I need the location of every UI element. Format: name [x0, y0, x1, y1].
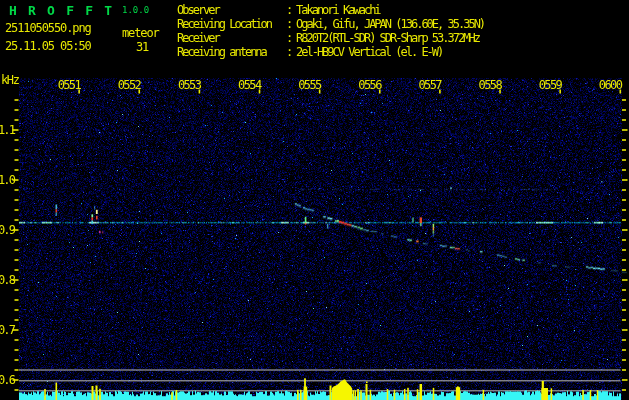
- time-tick-label: 0555: [295, 79, 321, 91]
- time-tick-label: 0554: [235, 79, 261, 91]
- info-value: Ogaki, Gifu, JAPAN (136.60E, 35.35N): [296, 18, 484, 30]
- info-label: Receiving antenna: [177, 46, 266, 58]
- time-tick-label: 0557: [415, 79, 441, 91]
- app-version: 1.0.0: [122, 6, 149, 15]
- output-filename: 2511050550.png: [5, 22, 91, 34]
- freq-tick-label: 0.6: [0, 374, 13, 386]
- info-label: Receiver: [177, 32, 219, 44]
- time-tick-label: 0556: [355, 79, 381, 91]
- time-tick-label: 0559: [535, 79, 561, 91]
- info-value: R820T2(RTL-SDR) SDR-Sharp 53.372MHz: [296, 32, 479, 44]
- info-colon: :: [286, 32, 291, 44]
- info-colon: :: [286, 46, 291, 58]
- time-tick-label: 0558: [475, 79, 501, 91]
- mode-label: meteor: [122, 27, 159, 39]
- time-tick-label: 0553: [174, 79, 200, 91]
- freq-tick-label: 0.8: [0, 274, 13, 286]
- app-title: H R O F F T: [9, 4, 114, 17]
- datetime-label: 25.11.05 05:50: [5, 40, 91, 52]
- info-colon: :: [286, 4, 291, 16]
- info-value: Takanori Kawachi: [296, 4, 380, 16]
- freq-tick-label: 0.9: [0, 224, 13, 236]
- hrofft-screen: { "header": { "app_title": "H R O F F T"…: [0, 0, 629, 400]
- freq-tick-label: 1.0: [0, 174, 13, 186]
- time-tick-label: 0551: [54, 79, 80, 91]
- info-colon: :: [286, 18, 291, 30]
- freq-tick-label: 1.1: [0, 124, 13, 136]
- freq-tick-label: 0.7: [0, 324, 13, 336]
- spectrogram-canvas: [0, 0, 629, 400]
- time-tick-label: 0552: [114, 79, 140, 91]
- freq-unit-label: kHz: [1, 74, 18, 86]
- info-value: 2el-HB9CV Vertical (el. E-W): [296, 46, 442, 58]
- time-tick-label: 0600: [595, 79, 621, 91]
- info-label: Observer: [177, 4, 219, 16]
- info-label: Receiving Location: [177, 18, 271, 30]
- echo-count: 31: [136, 41, 148, 53]
